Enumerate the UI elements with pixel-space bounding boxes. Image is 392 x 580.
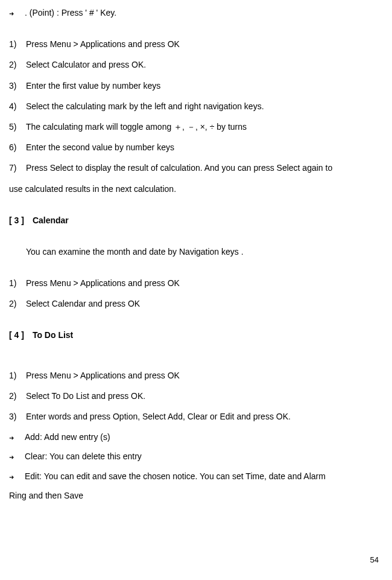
step-number: 1) [9,273,26,293]
calendar-step-2: 2) Select Calendar and press OK [9,294,383,313]
todo-step-2: 2) Select To Do List and press OK. [9,386,383,406]
arrow-icon: ➜ [9,470,20,484]
section-number: [ 3 ] [9,211,24,230]
todo-bullet-clear: ➜ Clear: You can delete this entry [9,447,383,466]
arrow-icon: ➜ [9,7,20,21]
calc-step-5: 5) The calculating mark will toggle amon… [9,117,383,136]
calc-step-2: 2) Select Calculator and press OK. [9,55,383,74]
step-number: 4) [9,97,26,116]
step-text: Select Calculator and press OK. [26,55,383,74]
section-3-heading: [ 3 ] Calendar [9,211,383,230]
calc-step-7-wrap: use calculated results in the next calcu… [9,179,383,199]
section-4-heading: [ 4 ] To Do List [9,325,383,345]
page-number: 54 [370,551,379,569]
step-number: 3) [9,76,26,95]
step-text: Select the calculating mark by the left … [26,97,383,116]
step-number: 6) [9,138,26,157]
calc-step-1: 1) Press Menu > Applications and press O… [9,34,383,54]
step-text: Select Calendar and press OK [26,294,383,313]
bullet-text: Add: Add new entry (s) [25,427,110,447]
bullet-text: Clear: You can delete this entry [25,447,142,466]
step-text: Enter the second value by number keys [26,138,383,157]
step-text: Press Select to display the result of ca… [26,158,383,177]
section-title: To Do List [33,325,73,345]
section-number: [ 4 ] [9,325,24,345]
step-text: Select To Do List and press OK. [26,386,383,406]
spacer [9,22,383,34]
step-text: The calculating mark will toggle among ＋… [26,117,383,136]
bullet-point-key: ➜ . (Point) : Press ' # ' Key. [9,3,383,22]
step-text: Press Menu > Applications and press OK [26,34,383,54]
step-text: Enter words and press Option, Select Add… [26,407,383,426]
calendar-step-1: 1) Press Menu > Applications and press O… [9,273,383,293]
bullet-text: Edit: You can edit and save the chosen n… [25,467,326,486]
todo-step-1: 1) Press Menu > Applications and press O… [9,366,383,385]
step-number: 3) [9,407,26,426]
step-number: 1) [9,366,26,385]
step-number: 2) [9,55,26,74]
spacer [9,357,383,366]
section-title: Calendar [33,211,69,230]
step-number: 1) [9,34,26,54]
step-number: 5) [9,117,26,136]
calc-step-3: 3) Enter the first value by number keys [9,76,383,95]
step-number: 2) [9,386,26,406]
bullet-text: . (Point) : Press ' # ' Key. [25,3,116,22]
calc-step-7: 7) Press Select to display the result of… [9,158,383,177]
calc-step-6: 6) Enter the second value by number keys [9,138,383,157]
step-text: Press Menu > Applications and press OK [26,366,383,385]
step-text: Press Menu > Applications and press OK [26,273,383,293]
todo-step-3: 3) Enter words and press Option, Select … [9,407,383,426]
todo-bullet-add: ➜ Add: Add new entry (s) [9,427,383,447]
arrow-icon: ➜ [9,431,20,445]
calc-step-4: 4) Select the calculating mark by the le… [9,97,383,116]
arrow-icon: ➜ [9,450,20,464]
todo-bullet-edit: ➜ Edit: You can edit and save the chosen… [9,467,383,486]
calendar-intro: You can examine the month and date by Na… [26,242,383,261]
step-number: 2) [9,294,26,313]
todo-bullet-edit-wrap: Ring and then Save [9,486,383,505]
step-number: 7) [9,158,26,177]
step-text: Enter the first value by number keys [26,76,383,95]
